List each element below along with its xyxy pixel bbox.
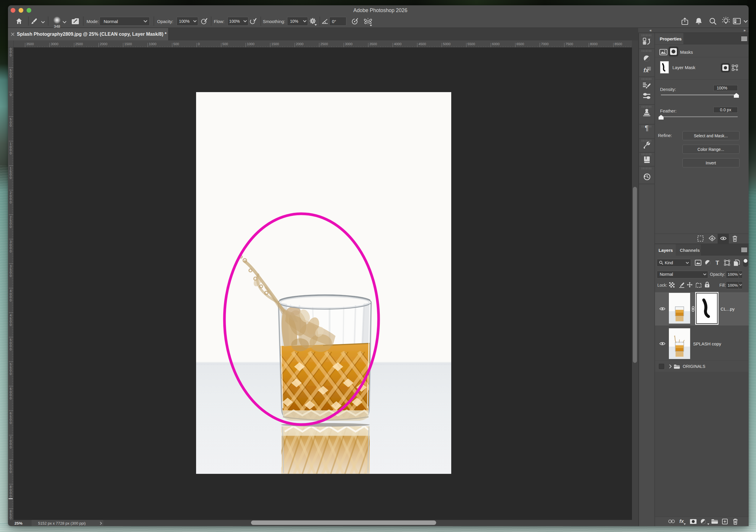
svg-text:6500: 6500 bbox=[517, 42, 524, 46]
svg-text:500: 500 bbox=[222, 42, 228, 46]
svg-text:0: 0 bbox=[10, 176, 12, 179]
svg-text:1500: 1500 bbox=[271, 42, 279, 46]
svg-text:4000: 4000 bbox=[394, 42, 402, 46]
svg-text:0: 0 bbox=[10, 124, 12, 127]
svg-text:5500: 5500 bbox=[468, 42, 475, 46]
svg-text:7500: 7500 bbox=[566, 42, 573, 46]
svg-text:3500: 3500 bbox=[369, 42, 377, 46]
svg-text:8000: 8000 bbox=[590, 42, 598, 46]
svg-text:0: 0 bbox=[10, 75, 12, 78]
svg-text:0: 0 bbox=[10, 250, 12, 253]
svg-text:1500: 1500 bbox=[124, 42, 132, 46]
svg-text:4500: 4500 bbox=[418, 42, 426, 46]
svg-text:2500: 2500 bbox=[320, 42, 328, 46]
svg-text:0: 0 bbox=[10, 53, 12, 57]
svg-text:0: 0 bbox=[198, 42, 200, 46]
svg-text:0: 0 bbox=[10, 421, 12, 425]
svg-text:0: 0 bbox=[10, 225, 12, 228]
svg-text:0: 0 bbox=[10, 200, 12, 204]
svg-text:5000: 5000 bbox=[443, 42, 451, 46]
svg-text:1000: 1000 bbox=[247, 42, 255, 46]
svg-text:0: 0 bbox=[10, 274, 12, 278]
svg-text:3000: 3000 bbox=[51, 42, 59, 46]
svg-text:6000: 6000 bbox=[492, 42, 500, 46]
svg-text:0: 0 bbox=[10, 151, 12, 155]
svg-text:0: 0 bbox=[10, 372, 12, 376]
svg-text:0: 0 bbox=[10, 445, 12, 449]
svg-text:0: 0 bbox=[10, 323, 12, 327]
svg-text:0: 0 bbox=[10, 348, 12, 351]
svg-text:3500: 3500 bbox=[26, 42, 34, 46]
svg-text:2000: 2000 bbox=[296, 42, 304, 46]
svg-text:1000: 1000 bbox=[149, 42, 156, 46]
svg-text:0: 0 bbox=[10, 299, 12, 302]
svg-text:8500: 8500 bbox=[614, 42, 622, 46]
svg-text:0: 0 bbox=[10, 396, 12, 400]
svg-text:0: 0 bbox=[10, 470, 12, 473]
svg-text:7000: 7000 bbox=[541, 42, 549, 46]
svg-text:500: 500 bbox=[173, 42, 179, 46]
svg-text:2000: 2000 bbox=[100, 42, 107, 46]
svg-text:2500: 2500 bbox=[75, 42, 83, 46]
svg-text:3000: 3000 bbox=[345, 42, 353, 46]
svg-text:0: 0 bbox=[10, 93, 12, 96]
svg-text:0: 0 bbox=[10, 494, 12, 498]
